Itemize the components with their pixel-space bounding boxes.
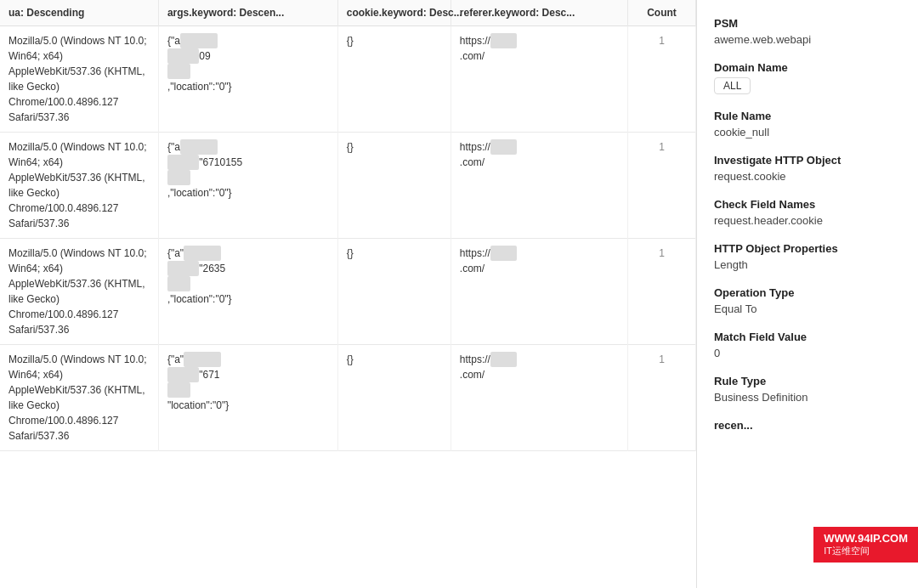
table-row: Mozilla/5.0 (Windows NT 10.0; Win64; x64… xyxy=(0,239,696,345)
args-blurred-2 xyxy=(167,261,199,276)
cell-count: 1 xyxy=(628,345,696,451)
cell-cookie: {} xyxy=(337,26,450,133)
panel-section-9: recen... xyxy=(714,419,901,432)
results-table: ua: Descending args.keyword: Descen... c… xyxy=(0,0,696,451)
col-header-args[interactable]: args.keyword: Descen... xyxy=(158,0,337,26)
referer-blurred xyxy=(490,139,517,155)
cell-cookie: {} xyxy=(337,239,450,345)
cell-count: 1 xyxy=(628,26,696,133)
panel-label-5: HTTP Object Properties xyxy=(714,242,901,255)
panel-label-1: Domain Name xyxy=(714,61,901,74)
table-row: Mozilla/5.0 (Windows NT 10.0; Win64; x64… xyxy=(0,133,696,239)
panel-section-5: HTTP Object PropertiesLength xyxy=(714,242,901,271)
args-mid: "6710155 xyxy=(199,156,242,168)
cell-referer: https:// .com/ xyxy=(450,239,627,345)
cell-ua: Mozilla/5.0 (Windows NT 10.0; Win64; x64… xyxy=(0,133,158,239)
referer-blurred xyxy=(490,33,517,48)
panel-section-6: Operation TypeEqual To xyxy=(714,286,901,315)
panel-value-8: Business Definition xyxy=(714,391,901,404)
cell-referer: https:// .com/ xyxy=(450,345,627,451)
table-body: Mozilla/5.0 (Windows NT 10.0; Win64; x64… xyxy=(0,26,696,451)
cell-args: {"a" "2635 ,"location":"0"} xyxy=(158,239,337,345)
referer-suffix: .com/ xyxy=(460,369,484,381)
cell-ua: Mozilla/5.0 (Windows NT 10.0; Win64; x64… xyxy=(0,345,158,451)
panel-section-7: Match Field Value0 xyxy=(714,331,901,359)
cell-count: 1 xyxy=(628,239,696,345)
panel-section-3: Investigate HTTP Objectrequest.cookie xyxy=(714,154,901,183)
referer-prefix: https:// xyxy=(460,141,490,153)
args-blurred-2 xyxy=(167,367,199,382)
panel-label-4: Check Field Names xyxy=(714,198,901,211)
panel-label-0: PSM xyxy=(714,17,901,30)
args-visible: {"a xyxy=(167,35,180,47)
args-suffix: ,"location":"0"} xyxy=(167,81,232,93)
cell-ua: Mozilla/5.0 (Windows NT 10.0; Win64; x64… xyxy=(0,26,158,133)
cell-referer: https:// .com/ xyxy=(450,133,627,239)
cell-cookie: {} xyxy=(337,345,450,451)
args-blurred-1 xyxy=(180,33,218,48)
panel-badge-1: ALL xyxy=(714,77,751,94)
panel-label-2: Rule Name xyxy=(714,110,901,122)
args-blurred-2 xyxy=(167,48,199,64)
args-blurred-2 xyxy=(167,155,199,170)
args-blurred-1 xyxy=(180,139,218,155)
panel-section-2: Rule Namecookie_null xyxy=(714,110,901,139)
right-panel: PSMaweme.web.webapiDomain NameALLRule Na… xyxy=(697,0,918,588)
panel-label-6: Operation Type xyxy=(714,286,901,299)
cell-ua: Mozilla/5.0 (Windows NT 10.0; Win64; x64… xyxy=(0,239,158,345)
referer-blurred xyxy=(490,352,517,367)
cell-args: {"a" "671 "location":"0"} xyxy=(158,345,337,451)
referer-suffix: .com/ xyxy=(460,156,484,168)
watermark-line1: WWW.94IP.COM xyxy=(824,532,908,545)
panel-value-0: aweme.web.webapi xyxy=(714,33,901,46)
col-header-ua[interactable]: ua: Descending xyxy=(0,0,158,26)
table-header-row: ua: Descending args.keyword: Descen... c… xyxy=(0,0,696,26)
panel-value-2: cookie_null xyxy=(714,126,901,139)
args-mid: "2635 xyxy=(199,263,225,274)
table-row: Mozilla/5.0 (Windows NT 10.0; Win64; x64… xyxy=(0,26,696,133)
cell-cookie: {} xyxy=(337,133,450,239)
panel-section-0: PSMaweme.web.webapi xyxy=(714,17,901,46)
args-blurred-3 xyxy=(167,170,190,185)
col-header-count[interactable]: Count xyxy=(628,0,696,26)
cell-args: {"a 09 ,"location":"0"} xyxy=(158,26,337,133)
panel-label-9: recen... xyxy=(714,419,901,432)
panel-section-8: Rule TypeBusiness Definition xyxy=(714,375,901,404)
count-value: 1 xyxy=(659,35,665,47)
args-mid: "671 xyxy=(199,369,219,381)
panel-section-1: Domain NameALL xyxy=(714,61,901,94)
cell-args: {"a "6710155 ,"location":"0"} xyxy=(158,133,337,239)
col-header-cookie[interactable]: cookie.keyword: Desc... xyxy=(337,0,450,26)
panel-label-7: Match Field Value xyxy=(714,331,901,343)
referer-suffix: .com/ xyxy=(460,50,484,62)
referer-suffix: .com/ xyxy=(460,263,484,274)
args-visible: {"a" xyxy=(167,353,184,365)
args-blurred-3 xyxy=(167,382,190,398)
count-value: 1 xyxy=(659,141,665,153)
referer-prefix: https:// xyxy=(460,247,490,259)
panel-value-6: Equal To xyxy=(714,302,901,315)
panel-label-3: Investigate HTTP Object xyxy=(714,154,901,167)
panel-value-4: request.header.cookie xyxy=(714,214,901,227)
args-blurred-3 xyxy=(167,276,190,291)
watermark: WWW.94IP.COM IT运维空间 xyxy=(813,527,918,563)
cell-referer: https:// .com/ xyxy=(450,26,627,133)
data-table-container[interactable]: ua: Descending args.keyword: Descen... c… xyxy=(0,0,697,588)
col-header-referer[interactable]: referer.keyword: Desc... xyxy=(450,0,627,26)
cell-count: 1 xyxy=(628,133,696,239)
panel-sections: PSMaweme.web.webapiDomain NameALLRule Na… xyxy=(714,17,901,432)
panel-label-8: Rule Type xyxy=(714,375,901,387)
args-suffix: ,"location":"0"} xyxy=(167,187,232,199)
referer-blurred xyxy=(490,246,517,261)
table-row: Mozilla/5.0 (Windows NT 10.0; Win64; x64… xyxy=(0,345,696,451)
panel-value-7: 0 xyxy=(714,347,901,359)
panel-value-3: request.cookie xyxy=(714,170,901,183)
referer-prefix: https:// xyxy=(460,353,490,365)
panel-section-4: Check Field Namesrequest.header.cookie xyxy=(714,198,901,227)
referer-prefix: https:// xyxy=(460,35,490,47)
args-blurred-3 xyxy=(167,64,190,79)
args-mid: 09 xyxy=(199,50,210,62)
watermark-line2: IT运维空间 xyxy=(824,545,908,557)
count-value: 1 xyxy=(659,247,665,259)
count-value: 1 xyxy=(659,353,665,365)
